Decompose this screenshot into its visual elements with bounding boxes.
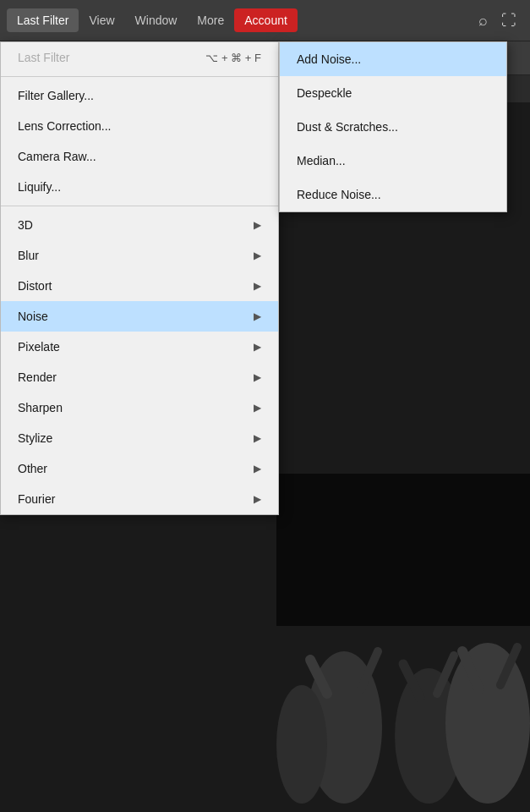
menu-item-stylize[interactable]: Stylize ▶ [1,423,278,453]
menu-item-pixelate[interactable]: Pixelate ▶ [1,332,278,362]
menubar-account[interactable]: Account [234,8,298,32]
menu-item-label: 3D [18,218,33,232]
menu-item-label: Pixelate [18,340,60,354]
submenu-item-label: Median... [297,154,346,167]
submenu-arrow-icon: ▶ [254,463,261,475]
submenu-arrow-icon: ▶ [254,250,261,261]
menu-item-filter-gallery[interactable]: Filter Gallery... [1,80,278,111]
menu-item-noise[interactable]: Noise ▶ [1,301,278,332]
menubar-window[interactable]: Window [125,8,188,32]
menu-item-render[interactable]: Render ▶ [1,362,278,392]
submenu-item-label: Despeckle [297,86,352,100]
submenu-item-label: Dust & Scratches... [297,120,398,134]
menu-item-label: Liquify... [18,180,61,194]
submenu-arrow-icon: ▶ [254,280,261,292]
svg-point-4 [445,643,530,804]
menu-item-other[interactable]: Other ▶ [1,453,278,484]
menu-item-label: Camera Raw... [18,150,96,163]
search-icon[interactable]: ⌕ [472,7,494,35]
svg-rect-1 [276,474,530,626]
submenu-item-add-noise[interactable]: Add Noise... [280,42,506,76]
canvas-image [276,474,530,812]
submenu-arrow-icon: ▶ [254,432,261,444]
svg-point-5 [276,685,327,804]
filter-menu: Last Filter ⌥ + ⌘ + F Filter Gallery... … [0,41,279,515]
submenu-arrow-icon: ▶ [254,371,261,383]
menu-item-label: Blur [18,249,39,262]
submenu-item-dust-scratches[interactable]: Dust & Scratches... [280,110,506,144]
submenu-arrow-icon: ▶ [254,341,261,353]
menu-item-label: Fourier [18,492,55,506]
menu-item-liquify[interactable]: Liquify... [1,172,278,202]
submenu-arrow-icon: ▶ [254,402,261,414]
menu-item-label: Render [18,370,57,384]
menu-item-label: Distort [18,279,52,293]
submenu-item-label: Reduce Noise... [297,188,381,201]
menu-item-label: Sharpen [18,401,63,414]
menu-item-3d[interactable]: 3D ▶ [1,210,278,240]
submenu-item-despeckle[interactable]: Despeckle [280,76,506,110]
submenu-arrow-icon: ▶ [254,219,261,231]
menu-item-label: Other [18,462,47,475]
menubar-more[interactable]: More [187,8,234,32]
menu-item-lens-correction[interactable]: Lens Correction... [1,111,278,141]
submenu-arrow-icon: ▶ [254,493,261,505]
menu-divider-1 [1,76,278,77]
menubar-filter[interactable]: Last Filter [7,8,79,32]
menu-item-label: Filter Gallery... [18,89,94,102]
menubar: Last Filter View Window More Account ⌕ ⛶ [0,0,530,41]
menubar-view[interactable]: View [79,8,124,32]
menu-item-sharpen[interactable]: Sharpen ▶ [1,392,278,423]
menu-item-blur[interactable]: Blur ▶ [1,240,278,271]
submenu-arrow-icon: ▶ [254,310,261,322]
menu-item-label: Stylize [18,431,52,445]
menu-divider-2 [1,206,278,206]
noise-submenu: Add Noise... Despeckle Dust & Scratches.… [279,41,507,212]
menu-item-distort[interactable]: Distort ▶ [1,271,278,301]
menu-item-label: Last Filter [18,51,69,64]
submenu-item-label: Add Noise... [297,52,361,66]
menu-shortcut: ⌥ + ⌘ + F [205,52,261,64]
submenu-item-median[interactable]: Median... [280,144,506,178]
expand-icon[interactable]: ⛶ [494,7,523,35]
menu-item-fourier[interactable]: Fourier ▶ [1,484,278,514]
menu-item-last-filter[interactable]: Last Filter ⌥ + ⌘ + F [1,42,278,73]
menu-item-label: Noise [18,310,48,323]
submenu-item-reduce-noise[interactable]: Reduce Noise... [280,178,506,211]
menu-item-label: Lens Correction... [18,119,112,133]
menu-item-camera-raw[interactable]: Camera Raw... [1,141,278,172]
